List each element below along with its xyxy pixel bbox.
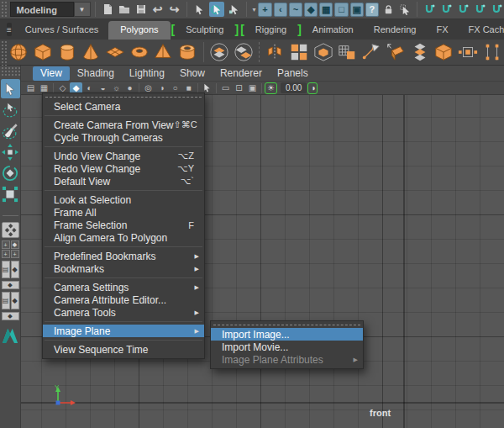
magnet-icon[interactable] — [422, 2, 437, 17]
poly-plane-icon[interactable] — [103, 40, 128, 64]
image-plane-toggle-icon[interactable]: ▣ — [246, 82, 259, 94]
poly-sphere-icon[interactable] — [7, 40, 31, 64]
separate-icon[interactable] — [231, 40, 255, 64]
persp-outliner-layout-button[interactable]: ▤ ◆ — [2, 292, 19, 309]
select-tool[interactable] — [1, 79, 20, 98]
edge-ring-icon[interactable] — [456, 40, 480, 64]
tab-fx-caching[interactable]: FX Caching — [459, 21, 504, 40]
select-component-icon[interactable] — [226, 2, 242, 17]
save-scene-icon[interactable] — [134, 2, 149, 17]
tab-fx[interactable]: FX — [426, 21, 458, 40]
select-hierarchy-icon[interactable] — [192, 2, 207, 17]
menu-item-import-movie[interactable]: Import Movie... — [211, 341, 363, 353]
shelf-menu-icon[interactable]: ≡ — [7, 23, 12, 36]
poly-pipe-icon[interactable] — [176, 40, 200, 64]
select-object-icon[interactable] — [209, 2, 225, 17]
grid-layout-icon[interactable]: ▤ — [24, 82, 37, 94]
poly-torus-icon[interactable] — [127, 40, 151, 64]
menu-item-image-plane[interactable]: Image Plane ▶ — [43, 325, 204, 337]
tab-polygons[interactable]: Polygons — [108, 21, 170, 40]
highlight-select-icon[interactable] — [397, 2, 412, 17]
move-tool[interactable] — [1, 142, 20, 161]
menu-item-undo-view-change[interactable]: Undo View Change ⌥Z — [43, 150, 204, 162]
tab-sculpting[interactable]: Sculpting — [176, 21, 234, 40]
pane-cell[interactable]: + — [2, 240, 10, 249]
menuset-dropdown[interactable]: Modeling ▼ — [10, 2, 91, 17]
pane-cell[interactable]: + — [2, 250, 10, 258]
rotate-tool[interactable] — [1, 163, 20, 182]
scale-tool[interactable] — [1, 184, 20, 203]
panel-menu-lighting[interactable]: Lighting — [122, 66, 172, 81]
poly-pyramid-icon[interactable] — [151, 40, 176, 64]
panel-menu-panels[interactable]: Panels — [270, 66, 316, 81]
menu-item-frame-all[interactable]: Frame All — [43, 206, 204, 219]
menu-item-predefined-bookmarks[interactable]: Predefined Bookmarks ▶ — [43, 250, 204, 262]
toolbar-grip[interactable] — [0, 0, 7, 18]
panel-menu-renderer[interactable]: Renderer — [213, 66, 270, 81]
quad-draw-icon[interactable] — [407, 40, 432, 64]
snap-curve-icon[interactable]: ‹ — [274, 3, 287, 17]
menu-item-redo-view-change[interactable]: Redo View Change ⌥Y — [43, 162, 204, 175]
magnet-icon[interactable] — [472, 2, 487, 17]
multi-cut-icon[interactable] — [360, 40, 384, 64]
pane-cell[interactable]: ◆ — [11, 292, 19, 309]
grid-plane-icon[interactable] — [335, 40, 360, 64]
poly-cone-icon[interactable] — [79, 40, 103, 64]
poly-cube-icon[interactable] — [31, 40, 55, 64]
edge-loop-icon[interactable] — [480, 40, 504, 64]
exposure-value[interactable]: 0.00 — [281, 82, 307, 93]
gamma-icon[interactable]: ◑ — [307, 82, 318, 94]
menu-item-camera-attribute-editor[interactable]: Camera Attribute Editor... — [43, 293, 204, 306]
snap-grid-icon[interactable]: + — [258, 3, 271, 17]
lasso-select-tool[interactable] — [1, 100, 20, 119]
snap-point-icon[interactable]: ~ — [289, 3, 302, 17]
tearoff-handle[interactable] — [213, 325, 360, 325]
panel-menu-shading[interactable]: Shading — [70, 66, 122, 81]
pane-cell[interactable]: ◆ — [11, 240, 19, 249]
pane-cell[interactable]: ▤ — [2, 261, 10, 278]
extrude-icon[interactable] — [383, 40, 407, 64]
frame-all-icon[interactable]: ▭ — [219, 82, 232, 94]
single-pane-layout-button[interactable] — [2, 222, 19, 238]
menu-item-default-view[interactable]: Default View ⌥` — [43, 175, 204, 188]
wide-layout-button[interactable]: ◆ — [2, 281, 19, 289]
menu-item-create-camera-from-view[interactable]: Create Camera From View ⇧⌘C — [43, 119, 204, 131]
menu-item-camera-tools[interactable]: Camera Tools ▶ — [43, 306, 204, 319]
menu-item-look-at-selection[interactable]: Look at Selection — [43, 193, 204, 206]
four-pane-layout-button[interactable]: + ◆ + + — [2, 240, 19, 258]
frame-selection-icon[interactable]: ⊡ — [233, 82, 245, 94]
tab-animation[interactable]: Animation — [302, 21, 364, 40]
wide-layout-button[interactable]: ◆ — [2, 312, 19, 320]
snap-together-icon[interactable]: ▣ — [350, 3, 364, 17]
menu-item-view-sequence-time[interactable]: View Sequence Time — [43, 343, 204, 356]
menu-item-camera-settings[interactable]: Camera Settings ▶ — [43, 281, 204, 293]
menu-item-import-image[interactable]: Import Image... — [211, 328, 363, 341]
pane-cell[interactable]: ▤ — [2, 292, 10, 309]
menu-item-align-camera-to-polygon[interactable]: Align Camera To Polygon — [43, 231, 204, 244]
tearoff-handle[interactable] — [45, 97, 202, 98]
make-live-icon[interactable]: □ — [334, 3, 348, 17]
snap-view-icon[interactable]: ▦ — [319, 3, 333, 17]
smooth-icon[interactable] — [311, 40, 335, 64]
menu-item-bookmarks[interactable]: Bookmarks ▶ — [43, 262, 204, 275]
panel-menu-view[interactable]: View — [33, 66, 70, 81]
undo-icon[interactable]: ↩ — [150, 2, 165, 17]
combine-icon[interactable] — [207, 40, 232, 64]
redo-icon[interactable]: ↪ — [167, 2, 182, 17]
tab-rigging[interactable]: Rigging — [245, 21, 297, 40]
tab-curves-surfaces[interactable]: Curves / Surfaces — [15, 21, 108, 40]
cube-icon[interactable] — [432, 40, 456, 64]
mirror-icon[interactable] — [263, 40, 287, 64]
exposure-icon[interactable]: ☀ — [265, 82, 277, 94]
menu-item-cycle-through-cameras[interactable]: Cycle Through Cameras — [43, 131, 204, 144]
toolbar-grip[interactable] — [0, 40, 7, 66]
magnet-icon[interactable] — [455, 2, 470, 17]
help-snap-icon[interactable]: ? — [365, 3, 379, 17]
poly-cylinder-icon[interactable] — [55, 40, 79, 64]
magnet-icon[interactable] — [438, 2, 454, 17]
menu-item-select-camera[interactable]: Select Camera — [43, 100, 204, 113]
new-scene-icon[interactable] — [100, 2, 115, 17]
paint-select-tool[interactable] — [1, 121, 20, 140]
menu-item-frame-selection[interactable]: Frame Selection F — [43, 219, 204, 231]
tab-rendering[interactable]: Rendering — [364, 21, 427, 40]
